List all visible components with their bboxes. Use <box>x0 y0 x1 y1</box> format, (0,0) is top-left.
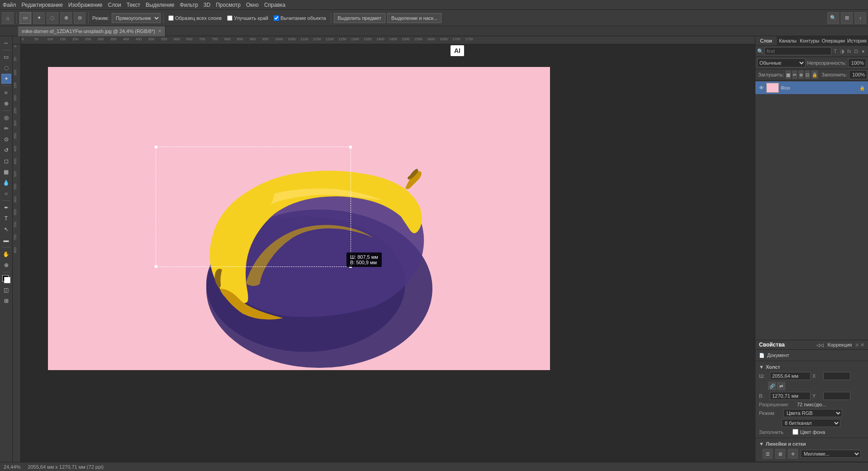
lock-all-btn[interactable]: 🔒 <box>811 71 818 79</box>
blend-mode-select[interactable]: Обычные <box>757 58 806 67</box>
fill-input[interactable] <box>849 70 867 79</box>
select-mask-button[interactable]: Выделение и наск... <box>387 13 441 23</box>
crop-tool[interactable]: ⌗ <box>1 88 11 98</box>
magic-wand-tool[interactable]: ✦ <box>1 74 11 84</box>
opacity-input[interactable] <box>848 58 866 67</box>
canvas-content[interactable]: Ш: 807,5 мм В: 500,9 мм AI <box>21 44 755 462</box>
layer-search-input[interactable] <box>764 47 831 55</box>
pen-tool[interactable]: ✒ <box>1 203 11 213</box>
mode-select[interactable]: Прямоугольник <box>112 13 161 23</box>
document-tab[interactable]: mike-dorner-sf_1ZDA1YFw-unsplash.jpg @ 2… <box>18 26 166 36</box>
grid-section-header[interactable]: ▼ Линейки и сетки <box>759 440 864 448</box>
checkbox-all-layers[interactable]: Образец всех слоев <box>168 15 222 21</box>
checkbox-all-layers-input[interactable] <box>168 15 174 21</box>
tab-close-button[interactable]: ✕ <box>158 29 161 33</box>
layer-row[interactable]: 👁 Фон 🔒 <box>755 81 868 94</box>
color-mode-select[interactable]: Цвета RGB <box>783 409 842 417</box>
bit-depth-select[interactable]: 8 бит/канал <box>782 419 840 427</box>
stamp-tool[interactable]: ⊙ <box>1 134 11 144</box>
menu-text[interactable]: Текст <box>127 2 140 8</box>
menu-file[interactable]: Файл <box>3 2 16 8</box>
canvas-width-input[interactable] <box>770 372 811 380</box>
collapse-panel-button[interactable]: ◁◁ <box>816 342 824 348</box>
hand-tool[interactable]: ✋ <box>1 249 11 259</box>
dodge-tool[interactable]: ○ <box>1 189 11 199</box>
lock-position-btn[interactable]: ⊕ <box>799 71 803 79</box>
document-section-header[interactable]: 📄 Документ <box>759 352 864 359</box>
share-button[interactable]: ↑ <box>854 12 866 24</box>
lasso-tool[interactable]: ◌ <box>1 63 11 73</box>
lock-image-btn[interactable]: ✏ <box>792 71 797 79</box>
menu-edit[interactable]: Редактирование <box>22 2 63 8</box>
menu-image[interactable]: Изображение <box>68 2 103 8</box>
canvas-section-header[interactable]: ▼ Холст <box>759 363 864 371</box>
tab-channels[interactable]: Каналы <box>777 36 799 45</box>
lock-artboard-btn[interactable]: ⊡ <box>805 71 810 79</box>
menu-layers[interactable]: Слои <box>108 2 121 8</box>
smart-icon[interactable]: ⊡ <box>853 48 859 55</box>
color-picker-fg[interactable] <box>1 274 11 284</box>
checkbox-subtract-obj-input[interactable] <box>274 15 279 21</box>
select-sub-button[interactable]: ⊖ <box>74 12 85 24</box>
swap-dimensions-btn[interactable]: ⇄ <box>777 382 785 390</box>
panel-close-btn[interactable]: ✕ <box>860 342 864 348</box>
zoom-tool[interactable]: ⊕ <box>1 260 11 270</box>
lock-transparent-btn[interactable]: ▦ <box>786 71 791 79</box>
canvas-y-input[interactable] <box>823 392 850 400</box>
type-filter-icon[interactable]: T <box>832 48 838 55</box>
grid-btn[interactable]: ⊞ <box>775 449 785 459</box>
tab-history[interactable]: История <box>846 36 868 45</box>
properties-header[interactable]: Свойства ◁◁ Коррекция ≡ ✕ <box>755 340 868 350</box>
blur-tool[interactable]: 💧 <box>1 178 11 188</box>
menu-view[interactable]: Просмотр <box>216 2 241 8</box>
home-button[interactable]: ⌂ <box>2 12 14 24</box>
select-subject-button[interactable]: Выделить предмет <box>334 13 386 23</box>
shape-tool[interactable]: ▬ <box>1 235 11 245</box>
layers-area[interactable]: 👁 Фон 🔒 <box>755 81 868 340</box>
layer-visibility-toggle[interactable]: 👁 <box>758 85 764 91</box>
canvas-height-input[interactable] <box>770 392 811 400</box>
canvas-x-input[interactable] <box>823 372 850 380</box>
menu-select[interactable]: Выделение <box>146 2 175 8</box>
rect-marquee-tool[interactable]: ▭ <box>1 52 11 62</box>
adjust-icon[interactable]: ◑ <box>839 48 845 55</box>
eraser-tool[interactable]: ◻ <box>1 156 11 166</box>
menu-filter[interactable]: Фильтр <box>180 2 198 8</box>
history-brush-tool[interactable]: ↺ <box>1 145 11 155</box>
checkbox-refine-edge[interactable]: Улучшить край <box>227 15 268 21</box>
fill-checkbox[interactable] <box>792 429 798 435</box>
tab-layers[interactable]: Слои <box>755 36 777 45</box>
search-button[interactable]: 🔍 <box>827 12 839 24</box>
correction-tab-btn[interactable]: Коррекция <box>825 342 854 348</box>
select-rect-button[interactable]: ▭ <box>19 12 31 24</box>
menu-3d[interactable]: 3D <box>204 2 210 8</box>
checkbox-subtract-obj[interactable]: Вычитание объекта <box>274 15 326 21</box>
checkbox-refine-edge-input[interactable] <box>227 15 232 21</box>
select-lasso-button[interactable]: ◌ <box>47 12 58 24</box>
color-filter-icon[interactable]: ● <box>860 48 866 55</box>
layer-name-label[interactable]: Фон <box>781 85 857 90</box>
path-select-tool[interactable]: ↖ <box>1 224 11 234</box>
tab-actions[interactable]: Операции <box>821 36 846 45</box>
canvas-area[interactable]: 0 50 100 150 200 250 300 350 400 450 500… <box>13 36 755 462</box>
select-magic-button[interactable]: ✦ <box>33 12 45 24</box>
link-dimensions-btn[interactable]: 🔗 <box>768 382 776 390</box>
menu-help[interactable]: Справка <box>264 2 285 8</box>
arrange-button[interactable]: ⊞ <box>841 12 853 24</box>
type-tool[interactable]: T <box>1 214 11 224</box>
ruler-btn[interactable]: ☰ <box>763 449 773 459</box>
spot-heal-tool[interactable]: ◎ <box>1 113 11 123</box>
panel-options-btn[interactable]: ≡ <box>856 342 859 348</box>
brush-tool[interactable]: ✏ <box>1 124 11 133</box>
gradient-tool[interactable]: ▦ <box>1 167 11 177</box>
tab-paths[interactable]: Контуры <box>799 36 821 45</box>
snap-btn[interactable]: ✛ <box>788 449 798 459</box>
effect-icon[interactable]: fx <box>846 48 852 55</box>
move-tool[interactable]: ↔ <box>1 38 11 48</box>
eyedropper-tool[interactable]: ⊕ <box>1 99 11 109</box>
screen-mode-tool[interactable]: ⊞ <box>1 296 11 306</box>
grid-unit-select[interactable]: Миллиме... <box>801 450 861 458</box>
select-add-button[interactable]: ⊕ <box>60 12 72 24</box>
quick-mask-tool[interactable]: ◫ <box>1 285 11 295</box>
menu-window[interactable]: Окно <box>246 2 259 8</box>
